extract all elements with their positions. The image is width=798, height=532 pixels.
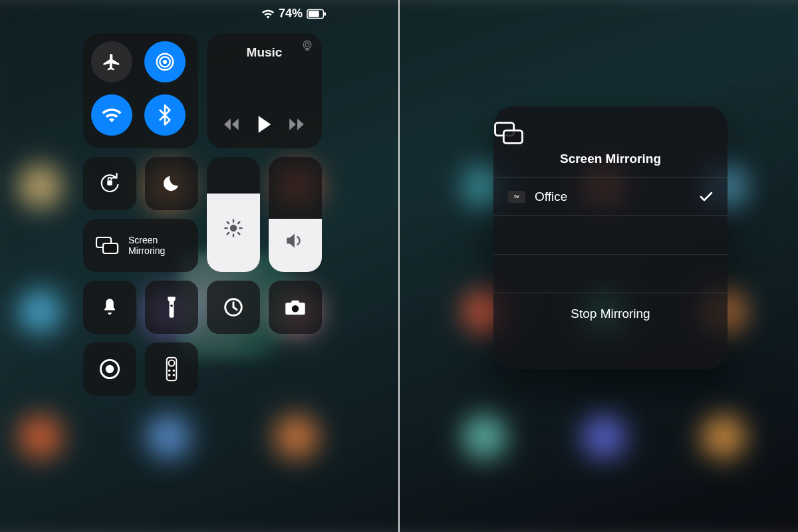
svg-rect-8	[107, 180, 112, 186]
svg-point-21	[168, 374, 171, 376]
svg-rect-24	[503, 130, 522, 143]
battery-icon	[307, 9, 327, 19]
screen-mirroring-icon	[493, 121, 728, 145]
connectivity-group[interactable]	[83, 33, 198, 148]
bluetooth-toggle[interactable]	[144, 94, 186, 136]
svg-point-20	[173, 369, 176, 372]
volume-slider[interactable]	[269, 157, 322, 272]
svg-point-16	[106, 365, 114, 373]
timer-button[interactable]	[207, 281, 260, 334]
svg-point-22	[173, 374, 176, 376]
do-not-disturb-toggle[interactable]	[145, 157, 198, 210]
svg-point-11	[230, 225, 237, 232]
media-title-label: Music	[216, 45, 313, 60]
wifi-toggle[interactable]	[91, 94, 132, 136]
now-playing-tile[interactable]: Music	[207, 33, 322, 148]
brightness-slider[interactable]	[207, 157, 260, 272]
control-center-pane: 74%	[0, 0, 399, 532]
screen-mirroring-button[interactable]: Screen Mirroring	[83, 219, 198, 272]
screen-mirroring-popover: Screen Mirroring tv Office . . Stop Mirr…	[493, 106, 728, 369]
apple-tv-remote-button[interactable]	[145, 342, 198, 396]
svg-rect-2	[324, 12, 326, 16]
svg-rect-10	[103, 243, 118, 253]
mute-toggle[interactable]	[83, 281, 136, 334]
airplane-mode-toggle[interactable]	[91, 41, 132, 82]
screen-record-button[interactable]	[83, 342, 136, 396]
sun-icon	[223, 218, 243, 238]
mirroring-device-row[interactable]: tv Office	[493, 177, 728, 215]
svg-point-12	[170, 305, 173, 307]
popover-header: Screen Mirroring	[493, 106, 728, 177]
svg-point-3	[162, 60, 166, 64]
svg-point-6	[303, 41, 311, 49]
svg-point-14	[292, 305, 299, 312]
skip-back-icon[interactable]	[224, 117, 241, 132]
wifi-icon	[261, 9, 275, 19]
airplay-icon[interactable]	[301, 40, 314, 52]
mirroring-device-slot-empty: .	[493, 254, 728, 293]
status-bar: 74%	[261, 7, 327, 21]
svg-rect-1	[309, 11, 319, 17]
screen-mirroring-icon	[95, 235, 119, 255]
screen-mirroring-label: Screen Mirroring	[128, 235, 165, 256]
stop-mirroring-label: Stop Mirroring	[571, 307, 650, 321]
apple-tv-badge-icon: tv	[508, 191, 525, 203]
speaker-icon	[285, 231, 305, 250]
mirroring-device-slot-empty: .	[493, 215, 728, 254]
play-icon[interactable]	[257, 115, 273, 134]
svg-rect-17	[167, 358, 177, 381]
checkmark-icon	[700, 192, 713, 202]
svg-point-19	[168, 369, 171, 372]
battery-percent-label: 74%	[279, 7, 303, 21]
skip-forward-icon[interactable]	[288, 117, 305, 132]
svg-point-7	[305, 43, 309, 47]
control-center: 74%	[83, 33, 321, 519]
airdrop-toggle[interactable]	[144, 41, 186, 82]
screen-mirroring-popover-pane: Screen Mirroring tv Office . . Stop Mirr…	[399, 0, 798, 532]
flashlight-button[interactable]	[145, 281, 198, 334]
stop-mirroring-button[interactable]: Stop Mirroring	[493, 293, 728, 334]
rotation-lock-toggle[interactable]	[83, 157, 136, 210]
device-name-label: Office	[535, 190, 567, 204]
popover-title: Screen Mirroring	[493, 152, 728, 166]
camera-button[interactable]	[269, 281, 322, 334]
